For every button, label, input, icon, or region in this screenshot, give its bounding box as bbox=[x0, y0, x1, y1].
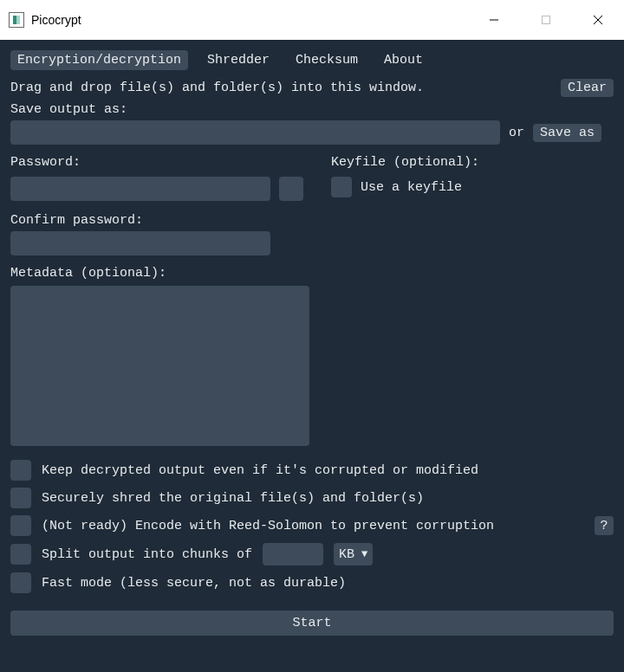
chevron-down-icon: ▼ bbox=[361, 548, 367, 560]
option-reed-solomon: (Not ready) Encode with Reed-Solomon to … bbox=[10, 515, 614, 536]
confirm-password-label: Confirm password: bbox=[10, 213, 614, 228]
app-icon bbox=[9, 12, 24, 28]
tab-encryption[interactable]: Encryption/decryption bbox=[10, 50, 188, 70]
keep-corrupted-checkbox[interactable] bbox=[10, 460, 31, 481]
reed-solomon-label: (Not ready) Encode with Reed-Solomon to … bbox=[42, 519, 494, 533]
keyfile-column: Keyfile (optional): bbox=[331, 155, 614, 173]
save-as-button[interactable]: Save as bbox=[533, 124, 601, 142]
shred-checkbox[interactable] bbox=[10, 488, 31, 508]
password-column: Password: bbox=[10, 155, 331, 173]
save-output-label: Save output as: bbox=[10, 102, 614, 117]
window-title: Picocrypt bbox=[31, 13, 81, 27]
titlebar-left: Picocrypt bbox=[9, 12, 81, 28]
metadata-textarea[interactable] bbox=[10, 286, 309, 446]
drop-hint: Drag and drop file(s) and folder(s) into… bbox=[10, 81, 552, 95]
start-button[interactable]: Start bbox=[10, 611, 614, 636]
reed-solomon-help-button[interactable]: ? bbox=[595, 516, 614, 535]
window-controls bbox=[468, 0, 624, 40]
split-label: Split output into chunks of bbox=[42, 547, 252, 562]
maximize-button bbox=[520, 0, 572, 40]
password-label: Password: bbox=[10, 155, 331, 170]
fast-mode-label: Fast mode (less secure, not as durable) bbox=[42, 576, 346, 591]
or-text: or bbox=[509, 126, 524, 140]
use-keyfile-checkbox[interactable] bbox=[331, 177, 352, 197]
titlebar: Picocrypt bbox=[0, 0, 624, 40]
fast-mode-checkbox[interactable] bbox=[10, 572, 31, 593]
chunk-unit-value: KB bbox=[339, 547, 354, 562]
minimize-button[interactable] bbox=[468, 0, 520, 40]
split-checkbox[interactable] bbox=[10, 544, 31, 565]
hint-row: Drag and drop file(s) and folder(s) into… bbox=[10, 79, 614, 97]
password-keyfile-input-row: Use a keyfile bbox=[10, 177, 614, 210]
close-button[interactable] bbox=[572, 0, 624, 40]
metadata-label: Metadata (optional): bbox=[10, 266, 614, 281]
option-split: Split output into chunks of KB ▼ bbox=[10, 543, 614, 565]
tabbar: Encryption/decryption Shredder Checksum … bbox=[10, 50, 614, 70]
app-body: Encryption/decryption Shredder Checksum … bbox=[0, 40, 624, 672]
option-keep-corrupted: Keep decrypted output even if it's corru… bbox=[10, 460, 614, 481]
chunk-unit-select[interactable]: KB ▼ bbox=[334, 543, 373, 565]
output-path-input[interactable] bbox=[10, 120, 500, 145]
svg-rect-1 bbox=[543, 16, 550, 24]
reed-solomon-checkbox[interactable] bbox=[10, 515, 31, 536]
tab-checksum[interactable]: Checksum bbox=[289, 50, 365, 70]
password-keyfile-row: Password: Keyfile (optional): bbox=[10, 155, 614, 173]
password-visibility-toggle[interactable] bbox=[279, 177, 303, 201]
chunk-size-input[interactable] bbox=[263, 543, 323, 565]
confirm-password-input[interactable] bbox=[10, 231, 270, 255]
output-row: or Save as bbox=[10, 120, 614, 145]
use-keyfile-label: Use a keyfile bbox=[361, 180, 462, 195]
clear-button[interactable]: Clear bbox=[561, 79, 614, 97]
keep-corrupted-label: Keep decrypted output even if it's corru… bbox=[42, 463, 478, 478]
tab-shredder[interactable]: Shredder bbox=[200, 50, 276, 70]
option-shred: Securely shred the original file(s) and … bbox=[10, 488, 614, 508]
keyfile-label: Keyfile (optional): bbox=[331, 155, 614, 170]
shred-label: Securely shred the original file(s) and … bbox=[42, 491, 424, 506]
option-fast: Fast mode (less secure, not as durable) bbox=[10, 572, 614, 593]
tab-about[interactable]: About bbox=[377, 50, 430, 70]
password-input[interactable] bbox=[10, 177, 270, 201]
